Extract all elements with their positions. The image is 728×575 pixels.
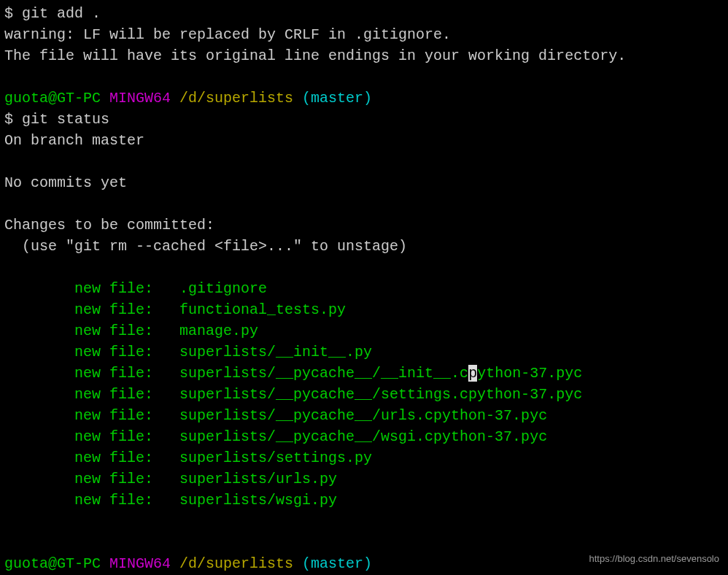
cursor-position: p	[468, 365, 477, 382]
watermark-text: https://blog.csdn.net/sevensolo	[589, 552, 719, 566]
unstage-hint: (use "git rm --cached <file>..." to unst…	[4, 236, 724, 257]
warning-line-1: warning: LF will be replaced by CRLF in …	[4, 24, 724, 45]
blank-line	[4, 257, 724, 278]
new-file-row: new file: superlists/wsgi.py	[4, 490, 724, 511]
changes-header: Changes to be committed:	[4, 215, 724, 236]
new-file-row: new file: superlists/__pycache__/wsgi.cp…	[4, 426, 724, 447]
on-branch-line: On branch master	[4, 130, 724, 151]
new-file-row: new file: superlists/__init__.py	[4, 341, 724, 363]
no-commits-line: No commits yet	[4, 172, 724, 193]
warning-line-2: The file will have its original line end…	[4, 45, 724, 66]
blank-line	[4, 511, 724, 532]
new-file-row: new file: superlists/__pycache__/setting…	[4, 384, 724, 405]
new-file-row-cursor: new file: superlists/__pycache__/__init_…	[4, 363, 724, 384]
blank-line	[4, 151, 724, 172]
terminal-output[interactable]: $ git add . warning: LF will be replaced…	[4, 3, 724, 575]
new-file-row: new file: superlists/urls.py	[4, 468, 724, 490]
new-file-row: new file: .gitignore	[4, 278, 724, 299]
new-file-row: new file: superlists/settings.py	[4, 447, 724, 468]
cmd-git-status: $ git status	[4, 109, 724, 130]
blank-line	[4, 532, 724, 553]
new-file-row: new file: manage.py	[4, 320, 724, 341]
new-file-row: new file: superlists/__pycache__/urls.cp…	[4, 405, 724, 426]
prompt-line-1: guota@GT-PC MINGW64 /d/superlists (maste…	[4, 88, 724, 109]
blank-line	[4, 66, 724, 88]
cmd-git-add: $ git add .	[4, 3, 724, 24]
blank-line	[4, 193, 724, 215]
new-file-row: new file: functional_tests.py	[4, 299, 724, 320]
